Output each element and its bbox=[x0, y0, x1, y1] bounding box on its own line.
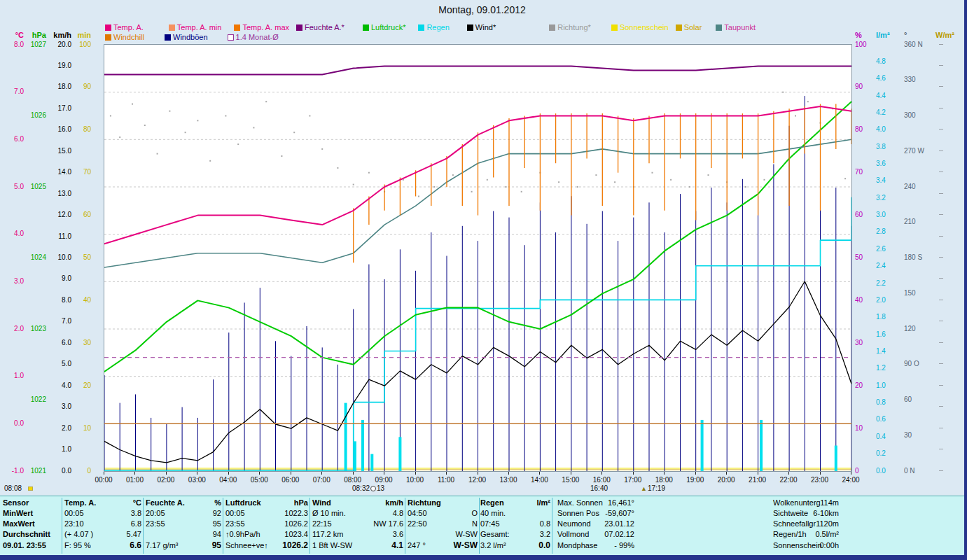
direction-tick-label: 240 bbox=[904, 183, 935, 190]
moonset-time: 17:19 bbox=[648, 484, 665, 492]
feuchte-a-swatch-icon bbox=[296, 24, 302, 31]
cell-value: 5.47 bbox=[127, 530, 141, 539]
series-richtung bbox=[368, 172, 370, 174]
rain-tick-label: 4.2 bbox=[876, 108, 894, 116]
solar-tick-mark bbox=[939, 470, 943, 471]
solar-tick-mark bbox=[939, 300, 943, 300]
cell-value: 95 bbox=[213, 519, 221, 528]
cell-druck-maxwert: 23:551026.2 bbox=[225, 519, 308, 528]
series-richtung bbox=[807, 101, 809, 102]
solar-tick-mark bbox=[939, 385, 943, 386]
cell-regen-durchschnitt: Gesamt:3.2 bbox=[480, 530, 550, 539]
sun-tick-label: 100 bbox=[73, 41, 91, 48]
wind-tick-label: 7.0 bbox=[48, 317, 71, 325]
x-axis-tickmark bbox=[446, 472, 447, 475]
1-4-monat-swatch-icon bbox=[228, 34, 234, 41]
info-value-mondphase: - 99% bbox=[578, 541, 634, 550]
cell-label: MaxWert bbox=[3, 519, 35, 528]
cell-label: 7.17 g/m³ bbox=[146, 541, 178, 550]
x-axis-tick-label: 16:00 bbox=[589, 476, 614, 484]
cell-value: NW 17.6 bbox=[373, 519, 403, 528]
direction-axis-unit: ° bbox=[904, 31, 935, 39]
wind-axis-unit: km/h bbox=[48, 31, 71, 39]
legend-item-sonnenschein: Sonnenschein bbox=[611, 23, 669, 31]
cell-value: W-SW bbox=[454, 541, 478, 550]
solar-axis-unit: W/m² bbox=[935, 31, 945, 39]
rain-tick-label: 3.4 bbox=[876, 176, 894, 184]
solar-tick-mark bbox=[939, 129, 943, 130]
windchill-swatch-icon bbox=[105, 34, 111, 41]
sun-marker-icon bbox=[28, 486, 33, 491]
windb-en-swatch-icon bbox=[165, 34, 171, 41]
solar-tick-mark bbox=[939, 278, 943, 279]
x-axis-tickmark bbox=[134, 472, 135, 475]
x-axis-tickmark bbox=[664, 472, 665, 475]
solar-tick-mark bbox=[939, 363, 943, 364]
x-axis-tick-label: 02:00 bbox=[153, 476, 179, 484]
legend-label: Wind* bbox=[475, 23, 496, 31]
direction-tick-label: 90 O bbox=[904, 360, 935, 368]
rain-tick-label: 1.0 bbox=[876, 382, 894, 389]
sun-tick-label: 80 bbox=[73, 125, 91, 133]
series-richtung bbox=[708, 174, 709, 176]
cell-label: 117.2 km bbox=[312, 530, 343, 539]
cell-value: 0.8 bbox=[540, 519, 550, 528]
table-separator bbox=[479, 498, 480, 554]
cell-temp-minwert: 00:053.8 bbox=[64, 509, 141, 518]
wind-tick-label: 4.0 bbox=[48, 382, 71, 389]
series-richtung bbox=[169, 111, 170, 112]
rain-tick-label: 3.6 bbox=[876, 160, 894, 167]
cell-druck-09-01-23-55: Schnee+ve↑1026.2 bbox=[225, 541, 308, 550]
cell-value: 3.6 bbox=[393, 530, 403, 539]
cell-feuchte-durchschnitt: 94 bbox=[146, 530, 221, 539]
cell-value: % bbox=[214, 498, 221, 507]
sun-tick-label: 70 bbox=[73, 168, 91, 176]
cell-label: (+ 4.07 ) bbox=[64, 530, 93, 539]
humidity-tick-label: 70 bbox=[855, 168, 873, 176]
series-richtung bbox=[614, 181, 615, 183]
rain-tick-label: 2.2 bbox=[876, 279, 894, 287]
series-richtung bbox=[795, 115, 796, 117]
rain-tick-label: 4.4 bbox=[876, 92, 894, 99]
legend-item-solar: Solar bbox=[676, 23, 702, 31]
table-separator bbox=[62, 498, 62, 554]
cell-feuchte-maxwert: 23:5595 bbox=[146, 519, 221, 528]
x-axis-tickmark bbox=[820, 472, 821, 475]
series-richtung bbox=[844, 178, 846, 179]
cell-value: N bbox=[472, 519, 478, 528]
series-richtung bbox=[281, 155, 282, 157]
pressure-tick-label: 1025 bbox=[24, 183, 46, 190]
legend-item-temp-a-min: Temp. A. min bbox=[169, 23, 222, 31]
taupunkt-swatch-icon bbox=[716, 24, 722, 31]
info-value-regen-1h: 0.5l/m² bbox=[788, 530, 839, 539]
cell-label: MinWert bbox=[3, 509, 33, 518]
wind-tick-label: 12.0 bbox=[48, 211, 71, 218]
cell-value: l/m² bbox=[536, 498, 550, 507]
col-header-feuchte-a: Feuchte A.% bbox=[146, 498, 221, 507]
moonrise-time: 08:32 bbox=[352, 484, 370, 492]
direction-tick-label: 360 N bbox=[904, 41, 935, 48]
x-axis-tickmark bbox=[291, 472, 291, 475]
x-axis-tick-label: 19:00 bbox=[683, 476, 708, 484]
temp-tick-label: 5.0 bbox=[1, 183, 24, 190]
solar-swatch-icon bbox=[676, 24, 682, 31]
cell-label: 20:05 bbox=[146, 509, 165, 518]
cell-label: Gesamt: bbox=[480, 530, 510, 539]
info-value-sonnenschein: 0:00h bbox=[788, 541, 839, 550]
cell-value: 6.8 bbox=[131, 519, 141, 528]
cell-richtung-minwert: 04:50O bbox=[408, 509, 478, 518]
pressure-tick-label: 1021 bbox=[24, 467, 46, 475]
series-richtung bbox=[265, 101, 267, 102]
temp-a-max-swatch-icon bbox=[234, 24, 240, 31]
solar-tick-mark bbox=[939, 342, 943, 343]
wind-tick-label: 9.0 bbox=[48, 274, 71, 282]
legend-item-temp-a-max: Temp. A. max bbox=[234, 23, 289, 31]
cell-label: 3.2 l/m² bbox=[480, 541, 506, 550]
direction-tick-label: 150 bbox=[904, 289, 935, 297]
info-value-sonnen-pos: -59,607° bbox=[578, 509, 634, 518]
temp-a-swatch-icon bbox=[105, 24, 111, 31]
rain-tick-label: 1.8 bbox=[876, 313, 894, 321]
temp-tick-label: -1.0 bbox=[1, 467, 24, 475]
solar-tick-mark bbox=[939, 193, 943, 194]
cell-value: 4.1 bbox=[391, 541, 403, 550]
